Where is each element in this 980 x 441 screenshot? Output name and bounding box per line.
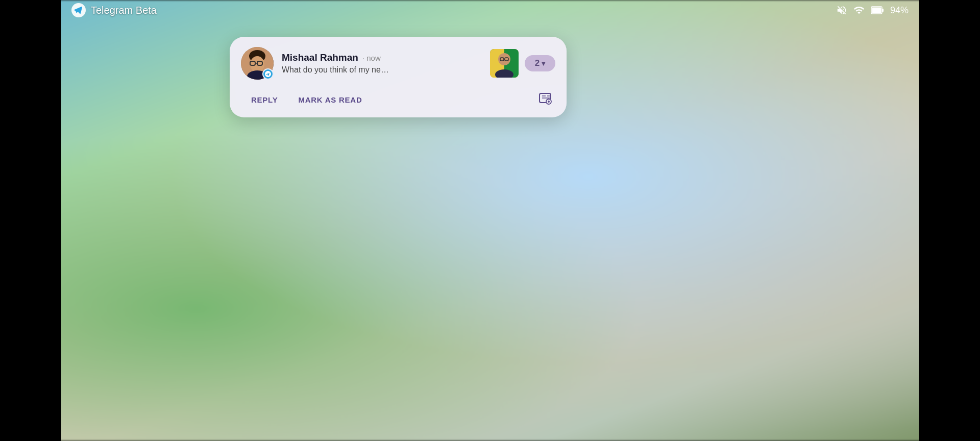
notification-message: What do you think of my ne… bbox=[282, 65, 482, 75]
expand-icon bbox=[538, 92, 553, 107]
status-bar-right: 94% bbox=[836, 5, 909, 16]
thumbnail-avatar bbox=[490, 49, 519, 78]
battery-icon bbox=[871, 5, 884, 16]
app-title: Telegram Beta bbox=[91, 5, 157, 16]
thumbnail-image bbox=[490, 49, 519, 78]
telegram-badge-icon bbox=[262, 68, 274, 80]
avatar-container bbox=[241, 47, 274, 80]
sender-name: Mishaal Rahman bbox=[282, 52, 358, 63]
status-bar: Telegram Beta 94% bbox=[61, 0, 919, 20]
expand-button[interactable] bbox=[536, 90, 555, 109]
right-bar bbox=[919, 0, 980, 441]
notification-content: Mishaal Rahman · now What do you think o… bbox=[282, 52, 482, 75]
chevron-down-icon: ▾ bbox=[542, 59, 545, 67]
wifi-icon bbox=[853, 5, 865, 16]
unread-count: 2 bbox=[535, 58, 540, 68]
unread-count-badge[interactable]: 2 ▾ bbox=[525, 55, 555, 71]
left-bar bbox=[0, 0, 61, 441]
notification-card: Mishaal Rahman · now What do you think o… bbox=[230, 37, 567, 117]
notification-actions: REPLY MARK AS READ bbox=[241, 88, 555, 109]
telegram-logo-icon bbox=[71, 3, 86, 17]
svg-point-21 bbox=[548, 101, 550, 103]
notification-header: Mishaal Rahman · now bbox=[282, 52, 482, 63]
notification-time: · now bbox=[362, 54, 381, 62]
message-thumbnail bbox=[490, 49, 519, 78]
status-bar-left: Telegram Beta bbox=[71, 3, 157, 17]
notification-right: 2 ▾ bbox=[490, 49, 555, 78]
mute-icon bbox=[836, 5, 847, 16]
battery-percentage: 94% bbox=[890, 5, 909, 16]
mark-as-read-button[interactable]: MARK AS READ bbox=[288, 91, 372, 108]
svg-rect-3 bbox=[872, 8, 881, 13]
notification-top: Mishaal Rahman · now What do you think o… bbox=[241, 47, 555, 80]
reply-button[interactable]: REPLY bbox=[241, 91, 288, 108]
svg-rect-2 bbox=[882, 9, 884, 12]
